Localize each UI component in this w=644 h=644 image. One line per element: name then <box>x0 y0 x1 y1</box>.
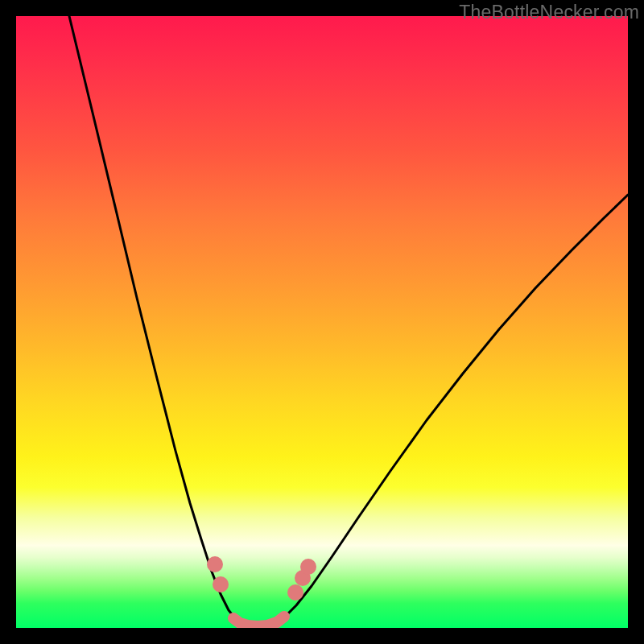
watermark-label: TheBottleNecker.com <box>459 2 639 23</box>
chart-svg <box>16 16 628 628</box>
plot-area <box>16 16 628 628</box>
marker-right-markers <box>300 559 316 575</box>
marker-right-markers <box>287 584 303 601</box>
series-right-curve <box>266 195 628 626</box>
marker-left-markers <box>213 576 229 592</box>
marker-left-markers <box>207 556 223 572</box>
series-valley-floor <box>233 617 284 626</box>
series-left-curve <box>69 16 252 626</box>
